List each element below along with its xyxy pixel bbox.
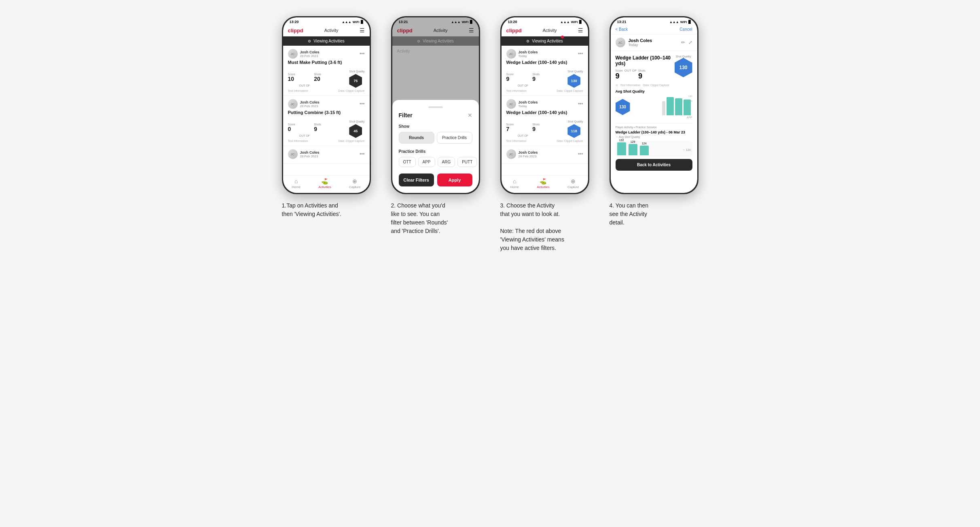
quality-badge-3-1: 118 xyxy=(567,124,580,138)
nav-activities-label-1: Activities xyxy=(318,185,331,189)
nav-activities-1[interactable]: ⛳ Activities xyxy=(318,178,331,189)
bottom-nav-3: ⌂ Home ⛳ Activities ⊕ Capture xyxy=(502,175,588,193)
battery-icon-3: ▉ xyxy=(579,20,582,24)
nav-home-3[interactable]: ⌂ Home xyxy=(510,178,519,189)
caption-2: 2. Choose what you'dlike to see. You can… xyxy=(391,201,480,235)
activity-item-3-1[interactable]: JC Josh Coles Today ••• Wedge Ladder (10… xyxy=(502,96,588,146)
activities-list-3: JC Josh Coles Today ••• Wedge Ladder (10… xyxy=(502,46,588,193)
detail-content-4: Wedge Ladder (100–140 yds) Score 9 OUT O… xyxy=(611,51,697,174)
caption-text-2: 2. Choose what you'dlike to see. You can… xyxy=(391,202,448,234)
info-left-1-1: Test Information xyxy=(288,140,308,142)
drill-putt-2[interactable]: PUTT xyxy=(457,157,477,167)
quality-label-1-0: Shot Quality xyxy=(349,70,364,73)
clear-filters-btn-2[interactable]: Clear Filters xyxy=(399,174,434,186)
modal-title-2: Filter xyxy=(399,112,413,119)
bottom-nav-1: ⌂ Home ⛳ Activities ⊕ Capture xyxy=(283,175,370,193)
drill-arg-2[interactable]: ARG xyxy=(438,157,455,167)
activity-item-3-0[interactable]: JC Josh Coles Today ••• Wedge Ladder (10… xyxy=(502,46,588,96)
more-menu-1-0[interactable]: ••• xyxy=(360,51,365,57)
detail-user-name-4: Josh Coles xyxy=(629,38,652,43)
nav-home-1[interactable]: ⌂ Home xyxy=(292,178,301,189)
expand-icon-4[interactable]: ⤢ xyxy=(688,40,692,45)
drill-app-2[interactable]: APP xyxy=(418,157,435,167)
user-info-1-0: JC Josh Coles 28 Feb 2023 xyxy=(288,49,320,59)
nav-capture-label-1: Capture xyxy=(349,185,360,189)
detail-shots-label-4: Shots xyxy=(638,69,646,72)
cancel-btn-4[interactable]: Cancel xyxy=(679,27,692,32)
menu-icon-1[interactable]: ☰ xyxy=(360,27,365,34)
activity-item-1-0[interactable]: JC Josh Coles 28 Feb 2023 ••• Must Make … xyxy=(283,46,370,96)
activity-title-1-1: Putting Combine (3-15 ft) xyxy=(288,110,365,115)
activity-item-1-1[interactable]: JC Josh Coles 28 Feb 2023 ••• Putting Co… xyxy=(283,96,370,146)
detail-shots-value-4: 9 xyxy=(638,72,646,80)
phone-col-3: 13:20 ▲▲▲ WiFi ▉ clippd Activity ☰ ⚙ Vie… xyxy=(496,16,593,252)
info-right-1-0: Data: Clippd Capture xyxy=(338,89,364,92)
outof-1-0: OUT OF xyxy=(299,84,310,87)
logo-1: clippd xyxy=(288,28,303,34)
score-value-3-0: 9 xyxy=(506,76,514,82)
detail-score-value-4: 9 xyxy=(616,72,623,80)
more-menu-3-2[interactable]: ••• xyxy=(578,151,583,157)
user-date-1-1: 28 Feb 2023 xyxy=(300,104,320,108)
activity-item-3-2[interactable]: JC Josh Coles 28 Feb 2023 ••• xyxy=(502,146,588,164)
phone-frame-3: 13:20 ▲▲▲ WiFi ▉ clippd Activity ☰ ⚙ Vie… xyxy=(500,16,589,194)
edit-icon-4[interactable]: ✏ xyxy=(681,40,685,45)
user-name-3-0: Josh Coles xyxy=(519,50,538,54)
user-date-3-1: Today xyxy=(519,104,538,108)
detail-user-date-4: Today xyxy=(629,43,652,47)
filter-icon-3: ⚙ xyxy=(526,39,529,43)
modal-close-2[interactable]: ✕ xyxy=(468,112,472,119)
nav-activities-label-3: Activities xyxy=(537,185,550,189)
apply-btn-2[interactable]: Apply xyxy=(437,174,472,186)
mini-bar-3-4 xyxy=(640,146,649,155)
rounds-btn-2[interactable]: Rounds xyxy=(399,132,434,144)
quality-label-3-0: Shot Quality xyxy=(567,70,583,73)
modal-actions-2: Clear Filters Apply xyxy=(399,174,472,186)
info-right-3-0: Data: Clippd Capture xyxy=(557,89,583,92)
user-name-3-1: Josh Coles xyxy=(519,100,538,104)
avatar-3-0: JC xyxy=(506,49,516,59)
avatar-3-1: JC xyxy=(506,99,516,109)
menu-icon-3[interactable]: ☰ xyxy=(578,27,583,34)
shots-value-1-1: 9 xyxy=(314,126,321,132)
phone-screen-2: 13:21 ▲▲▲ WiFi ▉ clippd Activity ☰ ⚙ V xyxy=(392,17,479,193)
battery-icon-1: ▉ xyxy=(361,20,363,24)
user-date-1-2: 28 Feb 2023 xyxy=(300,155,320,158)
viewing-bar-3[interactable]: ⚙ Viewing Activities xyxy=(502,36,588,46)
more-menu-1-2[interactable]: ••• xyxy=(360,151,365,157)
nav-capture-label-3: Capture xyxy=(567,185,579,189)
shots-label-3-1: Shots xyxy=(532,123,540,126)
back-activities-btn-4[interactable]: Back to Activities xyxy=(616,159,692,171)
caption-text-4: 4. You can thensee the Activitydetail. xyxy=(610,202,649,226)
user-name-1-1: Josh Coles xyxy=(300,100,320,104)
activity-title-1-0: Must Make Putting (3-6 ft) xyxy=(288,60,365,65)
status-icons-4: ▲▲▲ WiFi ▉ xyxy=(669,20,691,24)
activity-item-1-2[interactable]: JC Josh Coles 28 Feb 2023 ••• xyxy=(283,146,370,164)
chart-axis-label-4: APP xyxy=(686,116,692,119)
activity-title-3-1: Wedge Ladder (100–140 yds) xyxy=(506,110,583,115)
back-btn-4[interactable]: < Back xyxy=(616,27,628,32)
drill-ott-2[interactable]: OTT xyxy=(399,157,416,167)
drill-row-2: OTT APP ARG PUTT xyxy=(399,157,472,167)
phone-col-2: 13:21 ▲▲▲ WiFi ▉ clippd Activity ☰ ⚙ V xyxy=(387,16,484,235)
status-bar-3: 13:20 ▲▲▲ WiFi ▉ xyxy=(502,17,588,25)
user-date-1-0: 28 Feb 2023 xyxy=(300,54,320,58)
info-left-3-0: Test Information xyxy=(506,89,527,92)
more-menu-1-1[interactable]: ••• xyxy=(360,101,365,107)
avatar-3-2: JC xyxy=(506,149,516,159)
more-menu-3-0[interactable]: ••• xyxy=(578,51,583,57)
viewing-bar-1[interactable]: ⚙ Viewing Activities xyxy=(283,36,370,46)
practice-drills-btn-2[interactable]: Practice Drills xyxy=(437,132,472,144)
more-menu-3-1[interactable]: ••• xyxy=(578,101,583,107)
score-label-3-0: Score xyxy=(506,73,514,76)
nav-activities-3[interactable]: ⛳ Activities xyxy=(537,178,550,189)
score-value-3-1: 7 xyxy=(506,126,514,132)
nav-capture-1[interactable]: ⊕ Capture xyxy=(349,178,360,189)
user-date-3-2: 28 Feb 2023 xyxy=(519,155,538,158)
detail-actions-4: ✏ ⤢ xyxy=(681,40,692,45)
user-name-1-0: Josh Coles xyxy=(300,50,320,54)
info-left-3-1: Test Information xyxy=(506,140,527,142)
user-name-1-2: Josh Coles xyxy=(300,150,320,155)
nav-capture-3[interactable]: ⊕ Capture xyxy=(567,178,579,189)
modal-header-2: Filter ✕ xyxy=(399,112,472,119)
